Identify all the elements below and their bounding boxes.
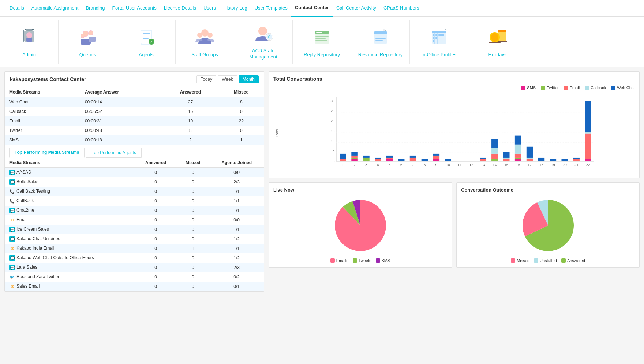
bar-sms-day9 xyxy=(433,159,440,161)
stream-list-agents: 1/1 xyxy=(209,206,264,215)
acd-state-label: ACD State Management xyxy=(238,48,289,60)
stream-list-agents: 0/0 xyxy=(209,168,264,178)
media-stream-row: SMS 00:00:18 2 1 xyxy=(5,135,264,145)
live-now-legend: Emails Tweets SMS xyxy=(330,258,390,263)
x-label-day11: 11 xyxy=(458,163,462,167)
nav-history[interactable]: History Log xyxy=(220,0,251,16)
icon-queues[interactable]: Queues xyxy=(59,20,117,64)
legend-sms-live: SMS xyxy=(376,258,390,263)
nav-details[interactable]: Details xyxy=(6,0,28,16)
svg-text:30: 30 xyxy=(331,99,335,103)
missed: 0 xyxy=(219,107,264,116)
missed: 0 xyxy=(219,126,264,135)
chat-icon: 💬 xyxy=(9,265,15,270)
filter-month[interactable]: Month xyxy=(239,75,259,83)
stream-list-missed: 0 xyxy=(176,215,209,225)
stream-list-answered: 0 xyxy=(135,225,176,234)
svg-point-24 xyxy=(197,33,202,38)
bar-email-day13 xyxy=(480,159,486,161)
filter-week[interactable]: Week xyxy=(218,75,237,83)
answered-dot xyxy=(561,258,566,263)
bar-email-day9 xyxy=(433,156,440,159)
stream-list-name: 💬Chat2me xyxy=(5,206,135,215)
stream-list-row: 💬AASAD 0 0 0/0 xyxy=(5,168,264,178)
stream-list-answered: 0 xyxy=(135,177,176,187)
svg-point-13 xyxy=(89,31,93,35)
nav-templates[interactable]: User Templates xyxy=(251,0,291,16)
svg-rect-4 xyxy=(26,38,32,42)
icon-staff-groups[interactable]: Staff Groups xyxy=(176,20,234,64)
x-label-day14: 14 xyxy=(493,163,497,167)
stream-list-answered: 0 xyxy=(135,244,176,253)
nav-contact-center[interactable]: Contact Center xyxy=(291,0,333,17)
answered: 15 xyxy=(162,107,219,116)
nav-cpaas[interactable]: CPaaS Numbers xyxy=(380,0,423,16)
stream-list-row: ✉Sales Email 0 0 0/1 xyxy=(5,282,264,291)
svg-point-14 xyxy=(81,34,85,38)
icon-acd-state[interactable]: ACD State Management xyxy=(234,20,293,64)
icon-in-office[interactable]: In-Office Profiles xyxy=(410,20,468,64)
svg-rect-47 xyxy=(433,34,434,36)
nav-call-center[interactable]: Call Center Activity xyxy=(333,0,380,16)
legend-twitter-dot xyxy=(541,86,545,90)
stream-list-answered: 0 xyxy=(135,168,176,178)
in-office-label: In-Office Profiles xyxy=(422,52,457,58)
svg-rect-42 xyxy=(383,29,385,31)
chat-icon: 💬 xyxy=(9,179,15,185)
top-nav: Details Automatic Assignment Branding Po… xyxy=(0,0,644,17)
stream-name: SMS xyxy=(5,135,80,145)
tab-top-streams[interactable]: Top Performing Media Streams xyxy=(9,148,85,158)
bar-webchat-day5 xyxy=(386,156,393,158)
nav-portal-users[interactable]: Portal User Accounts xyxy=(108,0,160,16)
bar-webchat-day22 xyxy=(585,101,591,132)
x-label-day1: 1 xyxy=(342,163,344,167)
legend-unstaffed: Unstaffed xyxy=(534,258,557,263)
missed: 22 xyxy=(219,116,264,126)
stream-list-missed: 0 xyxy=(176,253,209,263)
stream-list-agents: 1/2 xyxy=(209,234,264,244)
icon-holidays[interactable]: Holidays xyxy=(468,20,527,64)
stream-list-row: 💬Kakapo Chat Unjoined 0 0 1/2 xyxy=(5,234,264,244)
nav-branding[interactable]: Branding xyxy=(82,0,108,16)
svg-rect-38 xyxy=(374,31,387,34)
bar-twitter-day3 xyxy=(363,158,370,161)
bar-webchat-day3 xyxy=(363,156,370,158)
bar-webchat-day19 xyxy=(550,159,557,161)
stream-list-answered: 0 xyxy=(135,282,176,291)
x-label-day22: 22 xyxy=(586,163,590,167)
legend-email-label: Email xyxy=(570,86,580,90)
icon-agents[interactable]: ✓ Agents xyxy=(117,20,176,64)
holidays-icon xyxy=(486,26,509,49)
stream-list-missed: 0 xyxy=(176,263,209,272)
bar-webchat-day15 xyxy=(503,152,510,158)
stream-list-name: 🐦Ross and Zara Twitter xyxy=(5,272,135,282)
tab-top-agents[interactable]: Top Performing Agents xyxy=(86,148,141,158)
in-office-icon xyxy=(427,26,451,49)
filter-today[interactable]: Today xyxy=(196,75,216,83)
bar-webchat-day7 xyxy=(410,156,416,158)
legend-callback-dot xyxy=(585,86,589,90)
icon-resource-repo[interactable]: Resource Repository xyxy=(351,20,410,64)
legend-callback: Callback xyxy=(585,86,606,90)
svg-text:25: 25 xyxy=(331,109,335,113)
missed-label: Missed xyxy=(517,258,529,263)
svg-rect-20 xyxy=(143,38,149,39)
admin-icon xyxy=(18,26,41,49)
nav-users[interactable]: Users xyxy=(200,0,220,16)
icon-admin[interactable]: Admin xyxy=(0,20,59,64)
icon-reply-repo[interactable]: Reply Repository xyxy=(293,20,351,64)
live-now-panel: Live Now Emails Tweets xyxy=(269,182,452,268)
bar-webchat-day18 xyxy=(538,158,545,161)
emails-label: Emails xyxy=(336,258,348,263)
unstaffed-dot xyxy=(534,258,538,263)
nav-license[interactable]: License Details xyxy=(160,0,200,16)
legend-email: Email xyxy=(564,86,580,90)
nav-auto-assign[interactable]: Automatic Assignment xyxy=(28,0,82,16)
x-label-day10: 10 xyxy=(446,163,450,167)
agents-label: Agents xyxy=(139,52,153,58)
x-label-day17: 17 xyxy=(528,163,532,167)
svg-point-23 xyxy=(201,29,209,37)
stream-list-missed: 0 xyxy=(176,206,209,215)
stream-list-agents: 1/1 xyxy=(209,225,264,234)
svg-point-3 xyxy=(26,32,32,38)
